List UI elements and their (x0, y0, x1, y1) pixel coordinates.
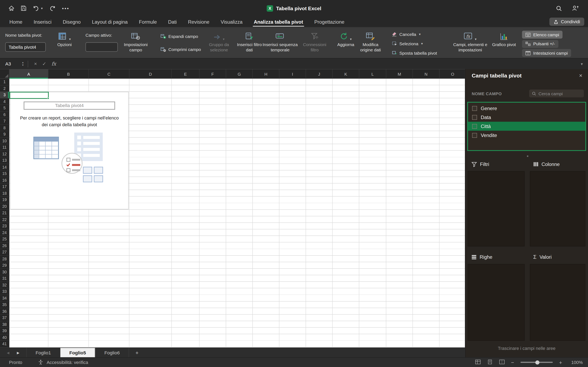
undo-button[interactable]: ▼ (33, 5, 43, 11)
column-header-d[interactable]: D (130, 69, 172, 79)
pane-resize-dot[interactable] (527, 155, 528, 157)
row-header-29[interactable]: 29 (0, 262, 9, 269)
sheet-tab-foglio5[interactable]: Foglio5 (60, 348, 95, 357)
row-header-2[interactable]: 2 (0, 85, 9, 92)
ribbon-tab-inserisci[interactable]: Inserisci (28, 17, 57, 27)
row-header-1[interactable]: 1 (0, 79, 9, 85)
collapse-field-button[interactable]: Comprimi campo (160, 47, 201, 52)
close-pane-icon[interactable]: × (579, 72, 582, 78)
field-headers-toggle[interactable]: Intestazioni campi (522, 49, 571, 57)
insert-timeline-button[interactable]: Inserisci sequenza temporale (263, 31, 298, 53)
ribbon-tab-revisione[interactable]: Revisione (182, 17, 215, 27)
sheet-tab-foglio1[interactable]: Foglio1 (26, 348, 60, 357)
enter-entry-icon[interactable]: ✓ (42, 61, 46, 67)
field-checkbox[interactable] (472, 106, 477, 111)
row-header-7[interactable]: 7 (0, 118, 9, 125)
field-settings-button[interactable]: Impostazioni campo (120, 31, 151, 53)
field-item-genere[interactable]: Genere (468, 104, 585, 113)
zoom-in-icon[interactable]: + (559, 359, 562, 365)
refresh-button[interactable]: ▼ Aggiorna (333, 31, 358, 48)
column-header-h[interactable]: H (253, 69, 279, 79)
more-commands-icon[interactable]: ••• (62, 6, 69, 11)
row-header-3[interactable]: 3 (0, 92, 9, 98)
move-pivottable-button[interactable]: Sposta tabella pivot (392, 50, 437, 55)
row-header-21[interactable]: 21 (0, 210, 9, 216)
ribbon-tab-progettazione[interactable]: Progettazione (309, 17, 350, 27)
column-header-m[interactable]: M (386, 69, 413, 79)
ribbon-tab-visualizza[interactable]: Visualizza (215, 17, 248, 27)
search-icon[interactable] (556, 5, 562, 11)
row-header-31[interactable]: 31 (0, 275, 9, 282)
row-header-27[interactable]: 27 (0, 249, 9, 256)
page-layout-view-icon[interactable] (487, 359, 493, 365)
pivot-name-input[interactable] (5, 42, 46, 52)
row-header-20[interactable]: 20 (0, 203, 9, 210)
row-header-30[interactable]: 30 (0, 269, 9, 275)
zoom-out-icon[interactable]: − (511, 359, 514, 365)
active-field-input[interactable] (86, 42, 118, 52)
row-header-4[interactable]: 4 (0, 98, 9, 105)
sheet-tab-foglio6[interactable]: Foglio6 (95, 348, 129, 357)
page-break-view-icon[interactable] (499, 359, 505, 365)
column-header-j[interactable]: J (306, 69, 333, 79)
grid-cells[interactable]: Tabella pivot4 Per creare un report, sce… (9, 79, 465, 348)
row-header-35[interactable]: 35 (0, 301, 9, 308)
change-data-source-button[interactable]: Modifica origine dati (357, 31, 384, 53)
row-header-10[interactable]: 10 (0, 138, 9, 144)
select-button[interactable]: Seleziona▼ (392, 41, 423, 46)
name-box[interactable]: A3 (0, 61, 22, 67)
row-header-5[interactable]: 5 (0, 105, 9, 111)
row-header-40[interactable]: 40 (0, 334, 9, 341)
field-item-data[interactable]: Data (468, 113, 585, 122)
share-button[interactable]: Condividi (549, 17, 584, 26)
column-header-f[interactable]: F (199, 69, 226, 79)
field-checkbox[interactable] (472, 115, 477, 120)
expand-formula-bar-icon[interactable]: ▼ (580, 62, 588, 66)
row-header-26[interactable]: 26 (0, 242, 9, 249)
account-icon[interactable] (572, 5, 579, 11)
sheet-nav-right-icon[interactable]: ▶ (17, 351, 20, 354)
filters-dropzone[interactable] (467, 171, 525, 246)
row-header-12[interactable]: 12 (0, 151, 9, 157)
row-header-13[interactable]: 13 (0, 157, 9, 164)
formula-input[interactable] (62, 58, 580, 69)
row-header-16[interactable]: 16 (0, 177, 9, 184)
row-header-28[interactable]: 28 (0, 256, 9, 262)
column-header-l[interactable]: L (359, 69, 386, 79)
values-dropzone[interactable] (530, 264, 585, 341)
row-header-6[interactable]: 6 (0, 111, 9, 118)
columns-dropzone[interactable] (530, 171, 585, 246)
row-header-36[interactable]: 36 (0, 308, 9, 315)
search-fields-input[interactable]: Cerca campi (529, 90, 584, 98)
fill-handle[interactable] (47, 98, 49, 99)
row-header-17[interactable]: 17 (0, 184, 9, 190)
ribbon-tab-home[interactable]: Home (4, 17, 28, 27)
row-header-34[interactable]: 34 (0, 295, 9, 301)
name-box-stepper[interactable]: ▲▼ (22, 61, 24, 66)
row-header-8[interactable]: 8 (0, 125, 9, 131)
row-header-25[interactable]: 25 (0, 236, 9, 242)
ribbon-tab-layout-di-pagina[interactable]: Layout di pagina (86, 17, 133, 27)
redo-icon[interactable] (49, 5, 56, 11)
plus-minus-toggle[interactable]: Pulsanti +/- (522, 40, 558, 48)
zoom-slider-thumb[interactable] (536, 360, 540, 364)
normal-view-icon[interactable] (475, 359, 481, 365)
insert-slicer-button[interactable]: Inserisci filtro dati (235, 31, 264, 53)
insert-function-icon[interactable]: fx (52, 61, 56, 67)
select-all-corner[interactable] (0, 69, 9, 78)
undo-dropdown-icon[interactable]: ▼ (40, 7, 43, 10)
row-header-9[interactable]: 9 (0, 131, 9, 138)
row-header-19[interactable]: 19 (0, 197, 9, 203)
column-header-a[interactable]: A (9, 69, 48, 79)
ribbon-tab-formule[interactable]: Formule (133, 17, 163, 27)
row-header-39[interactable]: 39 (0, 328, 9, 334)
column-header-g[interactable]: G (226, 69, 253, 79)
row-header-38[interactable]: 38 (0, 321, 9, 328)
row-header-11[interactable]: 11 (0, 144, 9, 151)
options-button[interactable]: ▼ Opzioni (52, 31, 77, 48)
zoom-level[interactable]: 100% (568, 360, 583, 365)
clear-button[interactable]: Cancella▼ (392, 32, 421, 37)
column-header-b[interactable]: B (48, 69, 89, 79)
field-list-toggle[interactable]: Elenco campi (522, 31, 562, 39)
row-header-23[interactable]: 23 (0, 223, 9, 229)
